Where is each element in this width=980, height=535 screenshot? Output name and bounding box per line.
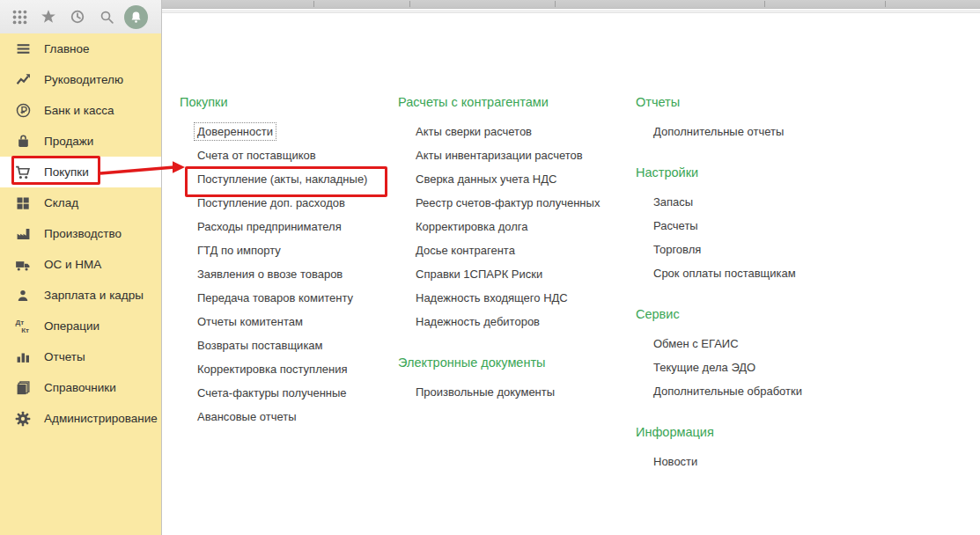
menu-item[interactable]: Запасы xyxy=(636,190,891,214)
menu-item[interactable]: Счета от поставщиков xyxy=(180,143,400,167)
menu-item-label[interactable]: Заявления о ввозе товаров xyxy=(195,267,344,282)
menu-item-label[interactable]: Произвольные документы xyxy=(414,385,556,399)
menu-section: НастройкиЗапасыРасчетыТорговляСрок оплат… xyxy=(636,165,891,285)
sidebar-item-books[interactable]: Справочники xyxy=(0,372,161,403)
menu-item[interactable]: Расходы предпринимателя xyxy=(180,215,400,238)
menu-item[interactable]: Поступление (акты, накладные) xyxy=(180,167,400,191)
menu-item-label[interactable]: Текущие дела ЭДО xyxy=(652,360,757,375)
menu-item[interactable]: Надежность входящего НДС xyxy=(398,286,618,310)
menu-item-label[interactable]: Справки 1СПАРК Риски xyxy=(414,267,544,282)
menu-item[interactable]: Корректировка долга xyxy=(398,215,618,238)
menu-item-label[interactable]: Досье контрагента xyxy=(414,243,517,258)
tab-separator xyxy=(764,1,765,7)
sidebar-item-cart[interactable]: Покупки xyxy=(0,157,161,187)
menu-item-label[interactable]: Дополнительные обработки xyxy=(652,384,804,399)
sidebar-item-label: Справочники xyxy=(44,381,116,394)
menu-item[interactable]: Авансовые отчеты xyxy=(180,405,400,429)
sidebar-item-menu[interactable]: Главное xyxy=(0,33,161,64)
menu-item[interactable]: Счета-фактуры полученные xyxy=(180,381,400,405)
menu-item[interactable]: Надежность дебиторов xyxy=(398,310,618,333)
menu-item-label[interactable]: Поступление доп. расходов xyxy=(195,195,347,210)
menu-item[interactable]: Отчеты комитентам xyxy=(180,310,400,333)
menu-item[interactable]: Торговля xyxy=(636,238,891,261)
menu-item-label[interactable]: ГТД по импорту xyxy=(195,243,283,258)
menu-item[interactable]: Произвольные документы xyxy=(398,380,618,404)
menu-item-label[interactable]: Запасы xyxy=(652,194,695,209)
menu-item[interactable]: ГТД по импорту xyxy=(180,238,400,262)
favorites-star-icon[interactable] xyxy=(39,7,58,26)
menu-item[interactable]: Корректировка поступления xyxy=(180,357,400,381)
gear-icon xyxy=(12,411,33,427)
menu-item-label[interactable]: Акты сверки расчетов xyxy=(414,124,534,139)
menu-item[interactable]: Срок оплаты поставщикам xyxy=(636,261,891,285)
menu-item[interactable]: Заявления о ввозе товаров xyxy=(180,262,400,286)
section-title: Информация xyxy=(636,424,891,440)
menu-item-label[interactable]: Счета от поставщиков xyxy=(195,148,318,163)
menu-item[interactable]: Новости xyxy=(636,450,891,473)
menu-column-2: Расчеты с контрагентамиАкты сверки расче… xyxy=(398,94,618,404)
menu-item[interactable]: Досье контрагента xyxy=(398,238,618,262)
menu-item-label[interactable]: Передача товаров комитенту xyxy=(195,290,355,305)
menu-item[interactable]: Дополнительные обработки xyxy=(636,379,891,403)
menu-item[interactable]: Доверенности xyxy=(180,120,400,143)
sidebar-item-trend[interactable]: Руководителю xyxy=(0,64,161,95)
sidebar-item-truck[interactable]: ОС и НМА xyxy=(0,249,161,280)
menu-item[interactable]: Акты инвентаризации расчетов xyxy=(398,143,618,167)
sidebar-item-person[interactable]: Зарплата и кадры xyxy=(0,280,161,311)
menu-item[interactable]: Возвраты поставщикам xyxy=(180,333,400,357)
svg-text:Кт: Кт xyxy=(21,326,29,334)
menu-item-label[interactable]: Авансовые отчеты xyxy=(195,409,298,424)
sidebar-item-bag[interactable]: Продажи xyxy=(0,126,161,157)
menu-item[interactable]: Дополнительные отчеты xyxy=(636,120,891,143)
truck-icon xyxy=(12,257,33,273)
ruble-icon xyxy=(12,103,33,118)
menu-item-label[interactable]: Поступление (акты, накладные) xyxy=(195,172,369,187)
menu-item-label[interactable]: Корректировка поступления xyxy=(195,362,349,377)
trend-icon xyxy=(12,72,33,87)
notifications-button[interactable] xyxy=(124,5,148,29)
sidebar-item-label: Банк и касса xyxy=(44,104,114,117)
sidebar-item-factory[interactable]: Производство xyxy=(0,218,161,249)
sidebar-item-label: Главное xyxy=(44,42,90,55)
menu-item-label[interactable]: Сверка данных учета НДС xyxy=(414,172,558,187)
menu-item-label[interactable]: Корректировка долга xyxy=(414,219,530,234)
menu-item-label[interactable]: Доверенности xyxy=(195,124,275,139)
menu-item-label[interactable]: Надежность входящего НДС xyxy=(414,290,570,305)
menu-item-label[interactable]: Расходы предпринимателя xyxy=(195,219,343,234)
menu-item[interactable]: Расчеты xyxy=(636,214,891,238)
menu-item-label[interactable]: Дополнительные отчеты xyxy=(652,124,785,139)
menu-item[interactable]: Справки 1СПАРК Риски xyxy=(398,262,618,286)
menu-column-3: ОтчетыДополнительные отчетыНастройкиЗапа… xyxy=(636,94,891,473)
menu-item-label[interactable]: Срок оплаты поставщикам xyxy=(652,266,798,281)
menu-item-label[interactable]: Расчеты xyxy=(652,218,700,233)
section-title: Расчеты с контрагентами xyxy=(398,94,618,110)
menu-item-label[interactable]: Отчеты комитентам xyxy=(195,314,305,329)
menu-item[interactable]: Передача товаров комитенту xyxy=(180,286,400,310)
menu-item-label[interactable]: Новости xyxy=(652,454,699,469)
menu-item-label[interactable]: Возвраты поставщикам xyxy=(195,338,325,353)
sidebar-item-grid[interactable]: Склад xyxy=(0,187,161,218)
sidebar-item-gear[interactable]: Администрирование xyxy=(0,403,161,434)
menu-item[interactable]: Обмен с ЕГАИС xyxy=(636,332,891,355)
menu-section: Расчеты с контрагентамиАкты сверки расче… xyxy=(398,94,618,333)
menu-item-label[interactable]: Торговля xyxy=(652,242,703,257)
apps-grid-icon[interactable] xyxy=(10,7,29,26)
sidebar-item-chart[interactable]: Отчеты xyxy=(0,341,161,372)
menu-item[interactable]: Текущие дела ЭДО xyxy=(636,355,891,379)
search-icon[interactable] xyxy=(97,7,116,26)
menu-item[interactable]: Реестр счетов-фактур полученных xyxy=(398,191,618,215)
menu-item[interactable]: Сверка данных учета НДС xyxy=(398,167,618,191)
menu-item-label[interactable]: Счета-фактуры полученные xyxy=(195,385,349,400)
menu-item-label[interactable]: Надежность дебиторов xyxy=(414,314,542,329)
sidebar-item-dtkt[interactable]: ДтКтОперации xyxy=(0,311,161,341)
menu-item-label[interactable]: Обмен с ЕГАИС xyxy=(652,336,741,351)
menu-section: СервисОбмен с ЕГАИСТекущие дела ЭДОДопол… xyxy=(636,306,891,403)
menu-item[interactable]: Акты сверки расчетов xyxy=(398,120,618,143)
tab-separator xyxy=(409,1,410,7)
history-icon[interactable] xyxy=(68,7,87,26)
menu-item[interactable]: Поступление доп. расходов xyxy=(180,191,400,215)
menu-item-label[interactable]: Акты инвентаризации расчетов xyxy=(414,148,585,163)
section-title: Сервис xyxy=(636,306,891,322)
sidebar-item-ruble[interactable]: Банк и касса xyxy=(0,95,161,126)
menu-item-label[interactable]: Реестр счетов-фактур полученных xyxy=(414,195,601,210)
